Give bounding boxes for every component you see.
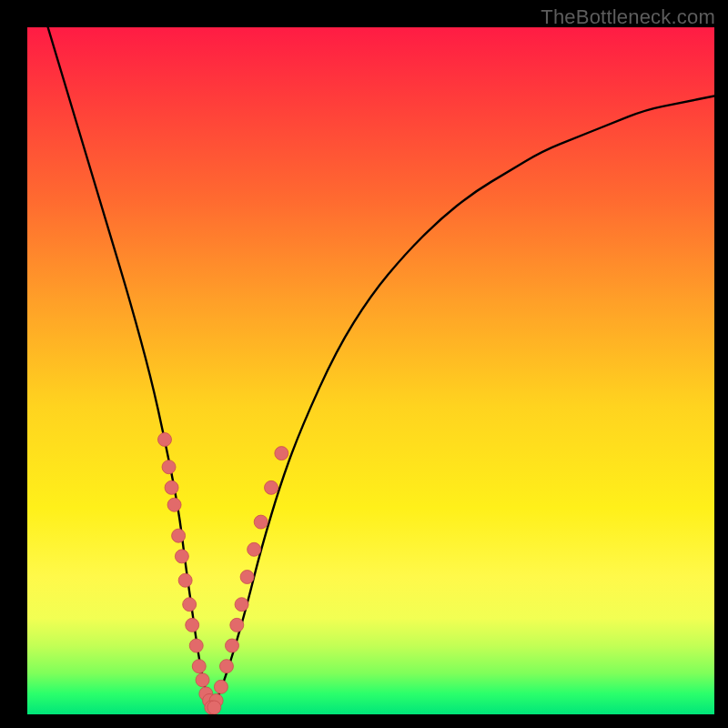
data-point: [189, 639, 203, 652]
bottleneck-curve: [48, 27, 714, 704]
data-point: [248, 542, 261, 556]
scatter-dots: [158, 433, 288, 714]
watermark-text: TheBottleneck.com: [541, 5, 715, 29]
data-point: [254, 515, 268, 529]
chart-area: [27, 27, 714, 714]
data-point: [186, 618, 199, 632]
data-point: [192, 660, 206, 673]
data-point: [240, 571, 254, 584]
data-point: [178, 573, 192, 587]
data-point: [175, 550, 188, 563]
data-point: [235, 598, 248, 612]
data-point: [162, 460, 176, 474]
data-point: [219, 660, 233, 673]
data-point: [165, 480, 178, 494]
data-point: [230, 618, 244, 632]
data-point: [214, 680, 228, 693]
data-point: [207, 701, 221, 714]
data-point: [183, 598, 197, 612]
data-point: [158, 433, 172, 447]
chart-svg: [27, 27, 714, 714]
data-point: [196, 673, 209, 687]
data-point: [265, 480, 278, 494]
data-point: [167, 498, 181, 511]
data-point: [172, 529, 186, 542]
data-point: [275, 447, 288, 460]
data-point: [225, 639, 238, 652]
